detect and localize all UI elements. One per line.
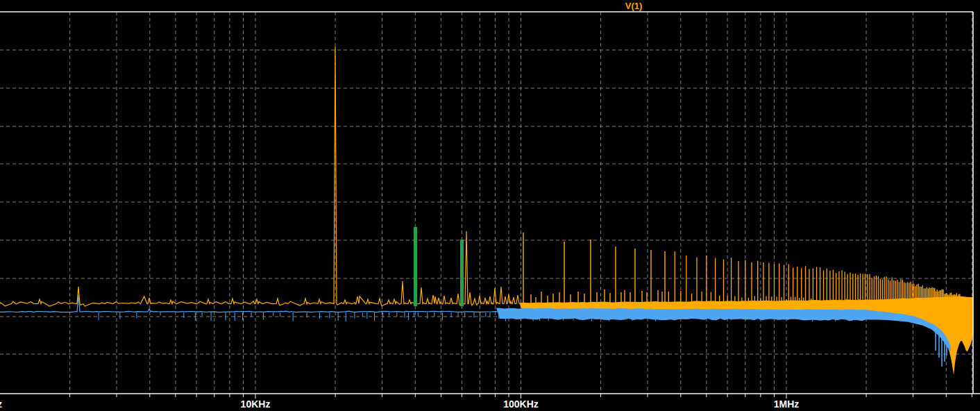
plot-title: V(1)	[625, 1, 643, 11]
x-tick-label: 1KHz	[0, 399, 2, 410]
fft-traces	[0, 47, 973, 375]
fft-plot-canvas[interactable]: 1KHz10KHz100KHz1MHzV(1)	[0, 0, 980, 411]
grid	[0, 12, 973, 394]
x-tick-label: 100KHz	[503, 399, 539, 410]
x-tick-label: 10KHz	[241, 399, 271, 410]
x-axis: 1KHz10KHz100KHz1MHz	[0, 394, 972, 410]
x-tick-label: 1MHz	[774, 399, 800, 410]
waveform-viewer-window: 1KHz10KHz100KHz1MHzV(1)	[0, 0, 980, 411]
plot-border	[0, 12, 980, 394]
